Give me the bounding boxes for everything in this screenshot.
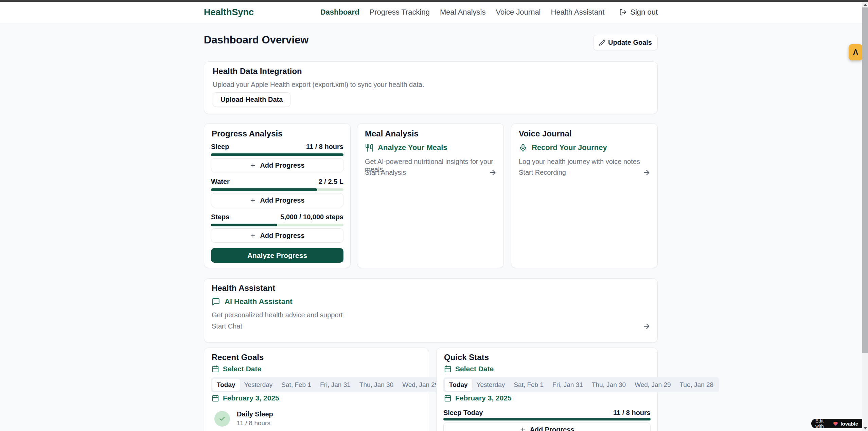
metric-value: 11 / 8 hours bbox=[306, 143, 343, 151]
healthsync-app: HealthSync Dashboard Progress Tracking M… bbox=[0, 0, 868, 431]
selected-date-label: February 3, 2025 bbox=[455, 394, 512, 402]
add-progress-button[interactable]: Add Progress bbox=[443, 423, 651, 431]
select-date-button[interactable]: Select Date bbox=[212, 365, 261, 373]
sleep-today-metric-row: Sleep Today 11 / 8 hours bbox=[443, 409, 651, 417]
badge-brand: lovable bbox=[840, 421, 858, 427]
health-assistant-card: Health Assistant AI Health Assistant Get… bbox=[204, 278, 658, 343]
tab-sat-feb-1[interactable]: Sat, Feb 1 bbox=[509, 379, 548, 391]
plus-icon bbox=[250, 232, 256, 239]
app-logo[interactable]: HealthSync bbox=[204, 2, 254, 23]
goal-name: Daily Sleep bbox=[237, 410, 273, 418]
sleep-today-progress-bar bbox=[443, 418, 651, 420]
badge-prefix: Edit with bbox=[815, 418, 831, 429]
nav-health-assistant[interactable]: Health Assistant bbox=[551, 8, 605, 17]
selected-date-button[interactable]: February 3, 2025 bbox=[444, 394, 512, 402]
plus-icon bbox=[250, 197, 256, 204]
arrow-right-icon bbox=[643, 322, 651, 330]
card-title: Meal Analysis bbox=[365, 129, 419, 138]
scrollbar-down-button[interactable] bbox=[862, 425, 868, 431]
goal-value: 11 / 8 hours bbox=[237, 419, 273, 427]
arrow-right-icon bbox=[489, 169, 497, 176]
water-progress-fill bbox=[211, 188, 317, 191]
nav-meal-analysis[interactable]: Meal Analysis bbox=[440, 8, 486, 17]
tab-thu-jan-30[interactable]: Thu, Jan 30 bbox=[587, 379, 630, 391]
voice-description: Log your health journey with voice notes bbox=[519, 158, 650, 166]
tab-today[interactable]: Today bbox=[445, 379, 472, 391]
chat-bubble-icon bbox=[212, 298, 220, 306]
card-title: Health Data Integration bbox=[213, 67, 302, 76]
heart-icon bbox=[833, 421, 838, 426]
steps-progress-fill bbox=[211, 224, 277, 226]
plus-icon bbox=[519, 427, 526, 431]
start-chat-action[interactable]: Start Chat bbox=[212, 322, 651, 330]
steps-metric-row: Steps 5,000 / 10,000 steps bbox=[211, 213, 343, 221]
water-progress-bar bbox=[211, 188, 343, 191]
goal-completed-badge bbox=[214, 411, 230, 427]
nav-dashboard[interactable]: Dashboard bbox=[320, 8, 359, 17]
nav-voice-journal[interactable]: Voice Journal bbox=[496, 8, 541, 17]
start-recording-action[interactable]: Start Recording bbox=[519, 169, 651, 176]
sign-out-button[interactable]: Sign out bbox=[619, 8, 658, 17]
selected-date-button[interactable]: February 3, 2025 bbox=[212, 394, 279, 402]
metric-label: Water bbox=[211, 178, 230, 186]
update-goals-label: Update Goals bbox=[608, 39, 652, 46]
calendar-icon bbox=[212, 394, 219, 402]
add-steps-progress-button[interactable]: Add Progress bbox=[211, 228, 343, 243]
tab-tue-jan-28[interactable]: Tue, Jan 28 bbox=[675, 379, 718, 391]
update-goals-button[interactable]: Update Goals bbox=[593, 35, 658, 50]
metric-label: Steps bbox=[211, 213, 229, 221]
tab-yesterday[interactable]: Yesterday bbox=[472, 379, 510, 391]
sleep-progress-fill bbox=[211, 153, 343, 156]
add-sleep-progress-button[interactable]: Add Progress bbox=[211, 158, 343, 172]
add-progress-label: Add Progress bbox=[260, 196, 304, 204]
utensils-icon bbox=[365, 144, 373, 152]
recent-goals-card: Recent Goals Select Date Today Yesterday… bbox=[204, 348, 429, 431]
integration-description: Upload your Apple Health export (export.… bbox=[213, 81, 424, 89]
analyze-progress-button[interactable]: Analyze Progress bbox=[211, 248, 343, 263]
edit-with-lovable-badge[interactable]: Edit with lovable × bbox=[811, 419, 868, 428]
assistant-description: Get personalized health advice and suppo… bbox=[212, 311, 650, 319]
metric-label: Sleep bbox=[211, 143, 229, 151]
link-label: AI Health Assistant bbox=[225, 297, 293, 306]
tab-yesterday[interactable]: Yesterday bbox=[240, 379, 277, 391]
pencil-icon bbox=[599, 40, 605, 46]
select-date-button[interactable]: Select Date bbox=[444, 365, 494, 373]
lovable-icon: Λ bbox=[853, 48, 858, 57]
card-title: Recent Goals bbox=[212, 353, 264, 362]
microphone-icon bbox=[519, 144, 527, 152]
select-date-label: Select Date bbox=[455, 365, 494, 373]
start-analysis-action[interactable]: Start Analysis bbox=[365, 169, 497, 176]
tab-thu-jan-30[interactable]: Thu, Jan 30 bbox=[355, 379, 398, 391]
record-your-journey-link[interactable]: Record Your Journey bbox=[519, 143, 607, 152]
card-title: Quick Stats bbox=[444, 353, 489, 362]
arrow-right-icon bbox=[643, 169, 651, 176]
health-data-integration-card: Health Data Integration Upload your Appl… bbox=[204, 61, 658, 114]
analyze-your-meals-link[interactable]: Analyze Your Meals bbox=[365, 143, 447, 152]
add-progress-label: Add Progress bbox=[530, 426, 574, 431]
check-icon bbox=[219, 415, 226, 422]
arrow-up-icon bbox=[864, 4, 867, 6]
sleep-progress-bar bbox=[211, 153, 343, 156]
upload-health-data-button[interactable]: Upload Health Data bbox=[213, 92, 290, 107]
page-title: Dashboard Overview bbox=[204, 34, 308, 46]
action-label: Start Chat bbox=[212, 322, 242, 330]
steps-progress-bar bbox=[211, 224, 343, 226]
sleep-metric-row: Sleep 11 / 8 hours bbox=[211, 143, 343, 151]
tab-today[interactable]: Today bbox=[212, 379, 240, 391]
scrollbar-up-button[interactable] bbox=[862, 2, 868, 7]
nav-progress-tracking[interactable]: Progress Tracking bbox=[370, 8, 430, 17]
tab-wed-jan-29[interactable]: Wed, Jan 29 bbox=[630, 379, 675, 391]
tab-sat-feb-1[interactable]: Sat, Feb 1 bbox=[277, 379, 316, 391]
ai-health-assistant-link[interactable]: AI Health Assistant bbox=[212, 297, 293, 306]
lovable-floating-button[interactable]: Λ bbox=[849, 44, 863, 60]
scrollbar-thumb[interactable] bbox=[862, 7, 868, 353]
goal-text: Daily Sleep 11 / 8 hours bbox=[237, 410, 273, 427]
link-label: Analyze Your Meals bbox=[378, 143, 447, 152]
tab-fri-jan-31[interactable]: Fri, Jan 31 bbox=[316, 379, 355, 391]
add-water-progress-button[interactable]: Add Progress bbox=[211, 193, 343, 207]
tab-fri-jan-31[interactable]: Fri, Jan 31 bbox=[548, 379, 587, 391]
plus-icon bbox=[250, 162, 256, 169]
metric-value: 11 / 8 hours bbox=[613, 409, 651, 417]
card-title: Health Assistant bbox=[212, 283, 275, 293]
goal-list-item: Daily Sleep 11 / 8 hours bbox=[214, 410, 273, 427]
